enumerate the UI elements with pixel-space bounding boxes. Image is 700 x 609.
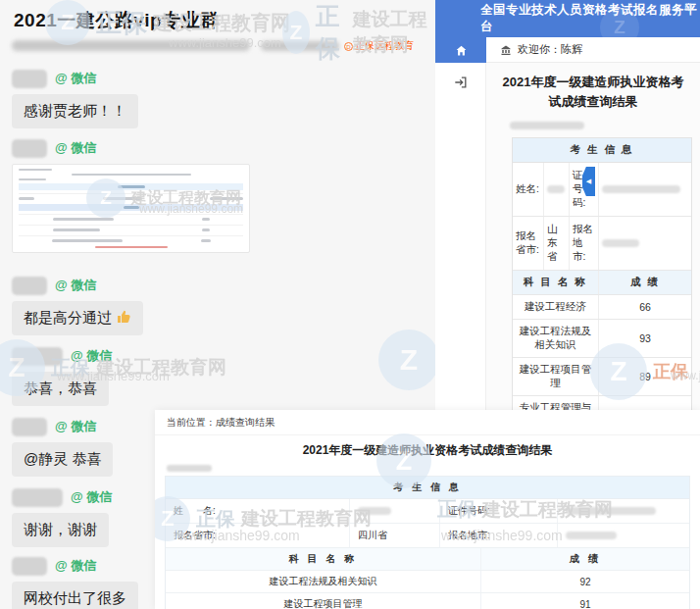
chat-message-block: @ 微信 恭喜，恭喜 bbox=[12, 346, 112, 406]
thumbnail-content bbox=[19, 214, 243, 222]
result-page-title: 2021年度一级建造师执业资格考试成绩查询结果 bbox=[155, 442, 700, 459]
thumbnail-content bbox=[72, 174, 191, 176]
thumbnail-content bbox=[95, 246, 168, 248]
table-row: 报名省市: 四川省 报名地市: bbox=[166, 524, 689, 548]
score-row: 建设工程项目管理 89 bbox=[513, 358, 691, 396]
sender-label: @ 微信 bbox=[55, 418, 96, 435]
name-label: 姓 名: bbox=[166, 499, 350, 523]
thumbnail-content bbox=[19, 235, 243, 243]
subject-header: 科 目 名 称 bbox=[513, 271, 599, 294]
score-header-row: 科 目 名 称 成 绩 bbox=[166, 548, 689, 571]
redacted-name bbox=[350, 499, 440, 523]
province-label: 报名省市: bbox=[166, 524, 350, 547]
province-value: 四川省 bbox=[350, 524, 440, 547]
subject-cell: 建设工程法规及相关知识 bbox=[166, 571, 481, 592]
score-header: 成 绩 bbox=[481, 548, 689, 570]
chat-message-block: @ 微信 都是高分通过 bbox=[12, 276, 143, 335]
collapse-handle[interactable]: ◀ bbox=[582, 167, 595, 196]
breadcrumb: 当前位置：成绩查询结果 bbox=[155, 410, 700, 435]
redacted-id bbox=[558, 499, 689, 523]
sender-label: @ 微信 bbox=[55, 139, 96, 157]
avatar[interactable] bbox=[12, 557, 47, 576]
score-header: 成 绩 bbox=[599, 271, 691, 294]
zhengbao-logo-watermark-icon: Z bbox=[378, 330, 435, 390]
chat-message-block: @ 微信 bbox=[12, 138, 250, 253]
score-row: 建设工程法规及相关知识 93 bbox=[513, 320, 691, 358]
province-value: 山东省 bbox=[544, 217, 570, 270]
subject-cell: 建设工程法规及相关知识 bbox=[513, 320, 599, 357]
avatar[interactable] bbox=[12, 277, 47, 295]
building-icon bbox=[500, 44, 512, 56]
redacted-city bbox=[599, 217, 691, 270]
chat-message-block: @ 微信 谢谢，谢谢 bbox=[12, 487, 112, 547]
table-row: 报名省市: 山东省 报名地市: bbox=[513, 217, 691, 271]
score-cell: 66 bbox=[599, 295, 691, 319]
redacted-id bbox=[599, 163, 691, 216]
home-nav-button[interactable] bbox=[435, 37, 486, 63]
portal-title: 全国专业技术人员资格考试报名服务平台 bbox=[480, 0, 700, 37]
avatar[interactable] bbox=[12, 488, 63, 507]
sender-label: @ 微信 bbox=[55, 70, 96, 87]
score-cell: 92 bbox=[481, 571, 689, 592]
redacted-city bbox=[558, 524, 689, 547]
welcome-bar: 欢迎你：陈辉 bbox=[486, 37, 700, 63]
brand-logo-icon: D bbox=[344, 42, 353, 51]
chat-message-block: @ 微信 @静灵 恭喜 bbox=[12, 417, 113, 477]
chevron-left-icon: ◀ bbox=[586, 178, 591, 185]
welcome-text: 欢迎你：陈辉 bbox=[518, 42, 582, 57]
watermark: Z 正保 建设工程教育网 bbox=[282, 0, 435, 65]
brand-label: D 正保远程教育 bbox=[344, 39, 414, 53]
avatar[interactable] bbox=[12, 70, 47, 88]
table-row: 姓名: 证件号码: bbox=[513, 163, 691, 217]
subject-cell: 建设工程项目管理 bbox=[513, 358, 599, 395]
score-row: 建设工程项目管理 91 bbox=[166, 593, 689, 609]
sender-label: @ 微信 bbox=[71, 347, 112, 365]
score-row: 建设工程经济 66 bbox=[513, 295, 691, 320]
thumbnail-content bbox=[19, 183, 243, 190]
subject-cell: 建设工程项目管理 bbox=[166, 593, 481, 609]
score-result-card: 2021年度一级建造师执业资格考试成绩查询结果 考 生 信 息 姓名: 证件号码… bbox=[486, 63, 700, 416]
table-row: 姓 名: 证件号码: bbox=[166, 499, 689, 524]
home-icon bbox=[455, 44, 468, 57]
redacted-exam-number bbox=[167, 465, 212, 472]
sender-label: @ 微信 bbox=[71, 488, 112, 506]
logout-button[interactable] bbox=[453, 75, 469, 90]
score-cell: 93 bbox=[599, 320, 691, 357]
subject-cell: 建设工程经济 bbox=[513, 295, 599, 319]
redacted-name bbox=[544, 163, 570, 216]
redacted-exam-number bbox=[510, 122, 584, 129]
chat-message: 恭喜，恭喜 bbox=[12, 372, 109, 406]
thumbnail-content bbox=[19, 169, 52, 171]
city-label: 报名地市: bbox=[570, 217, 599, 270]
chat-message-block: @ 微信 网校付出了很多 bbox=[12, 556, 138, 609]
chat-message: 网校付出了很多 bbox=[12, 582, 138, 609]
sender-label: @ 微信 bbox=[55, 277, 96, 294]
thumbnail-content bbox=[19, 204, 243, 211]
chat-message-block: @ 微信 感谢贾老师！！ bbox=[12, 69, 138, 128]
thumbnail-content bbox=[19, 178, 46, 180]
avatar[interactable] bbox=[12, 139, 47, 158]
sender-label: @ 微信 bbox=[55, 557, 96, 575]
chat-group-title: 2021一建公路vip专业群 bbox=[14, 8, 220, 33]
score-cell: 91 bbox=[481, 593, 689, 609]
thumbnail-content bbox=[19, 193, 243, 201]
brand-label-text: 正保远程教育 bbox=[355, 39, 414, 53]
watermark: Z bbox=[378, 330, 435, 390]
chat-message: 都是高分通过 bbox=[12, 301, 143, 335]
avatar[interactable] bbox=[12, 418, 47, 436]
thumbnail-content bbox=[19, 225, 243, 232]
candidate-info-header: 考 生 信 息 bbox=[166, 477, 689, 499]
candidate-info-table: 考 生 信 息 姓 名: 证件号码: 报名省市: 四川省 报名地市: 科 目 名… bbox=[165, 476, 690, 609]
avatar[interactable] bbox=[12, 347, 63, 366]
city-label: 报名地市: bbox=[440, 524, 558, 547]
result-overlay-panel: 当前位置：成绩查询结果 2021年度一级建造师执业资格考试成绩查询结果 考 生 … bbox=[155, 410, 700, 609]
thumbs-up-emoji bbox=[116, 309, 131, 325]
id-label: 证件号码: bbox=[440, 499, 558, 523]
candidate-info-table: 考 生 信 息 姓名: 证件号码: 报名省市: 山东省 报名地市: 科 目 名 … bbox=[512, 137, 692, 435]
subject-header: 科 目 名 称 bbox=[166, 548, 481, 570]
screenshot-root: Z 正保 建设工程教育网 www.jianshe99.com Z 正保 建设工程… bbox=[0, 0, 700, 609]
score-screenshot-thumbnail[interactable] bbox=[12, 164, 250, 253]
gear-icon[interactable]: ⚙ bbox=[683, 1, 693, 14]
score-row: 建设工程法规及相关知识 92 bbox=[166, 571, 689, 593]
logout-icon bbox=[454, 76, 468, 89]
